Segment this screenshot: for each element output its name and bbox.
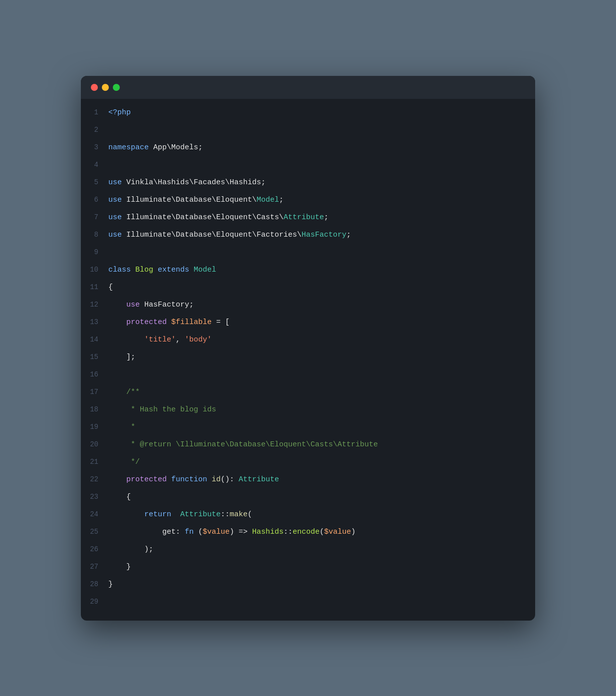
line-content: /** — [108, 385, 535, 400]
line-number: 6 — [81, 192, 108, 207]
line-content: use HasFactory; — [108, 298, 535, 313]
line-number: 29 — [81, 594, 108, 609]
line-content — [108, 123, 535, 138]
token: id — [212, 475, 221, 484]
code-line: 19 * — [81, 418, 535, 436]
code-editor[interactable]: 1<?php2 3namespace App\Models;4 5use Vin… — [81, 99, 535, 621]
token: Illuminate\Database\Eloquent\Factories\ — [126, 231, 302, 239]
line-number: 18 — [81, 402, 108, 417]
titlebar — [81, 76, 535, 99]
token: $fillable — [171, 318, 212, 327]
token: */ — [108, 458, 140, 466]
code-line: 9 — [81, 244, 535, 261]
line-number: 23 — [81, 489, 108, 504]
token: { — [108, 283, 113, 292]
close-button[interactable] — [91, 84, 98, 91]
token: $value — [203, 528, 230, 536]
line-content: use Vinkla\Hashids\Facades\Hashids; — [108, 175, 535, 190]
token: return — [108, 510, 180, 519]
code-line: 3namespace App\Models; — [81, 139, 535, 156]
code-line: 1<?php — [81, 104, 535, 121]
code-window: 1<?php2 3namespace App\Models;4 5use Vin… — [81, 76, 535, 621]
line-content — [108, 245, 535, 260]
maximize-button[interactable] — [113, 84, 120, 91]
token: HasFactory; — [144, 301, 194, 309]
token: get: — [108, 528, 185, 536]
token: { — [108, 493, 131, 501]
line-content: class Blog extends Model — [108, 263, 535, 278]
token: Attribute — [180, 510, 221, 519]
line-number: 28 — [81, 577, 108, 592]
minimize-button[interactable] — [102, 84, 109, 91]
line-content: use Illuminate\Database\Eloquent\Factori… — [108, 228, 535, 243]
token: Model — [257, 196, 279, 204]
token: Illuminate\Database\Eloquent\Casts\ — [126, 213, 284, 222]
token: ) => — [230, 528, 252, 536]
token: extends — [158, 266, 194, 274]
token: ; — [346, 231, 351, 239]
code-line: 22 protected function id(): Attribute — [81, 471, 535, 488]
line-number: 16 — [81, 367, 108, 382]
token: Illuminate\Database\Eloquent\ — [126, 196, 257, 204]
token: use — [108, 231, 126, 239]
code-line: 11{ — [81, 279, 535, 296]
line-number: 8 — [81, 227, 108, 242]
line-content: <?php — [108, 105, 535, 120]
line-content: * @return \Illuminate\Database\Eloquent\… — [108, 437, 535, 452]
token: ( — [319, 528, 324, 536]
line-number: 3 — [81, 140, 108, 155]
line-number: 15 — [81, 349, 108, 364]
token: * @return — [108, 440, 176, 449]
token: use — [108, 301, 144, 309]
token: HasFactory — [302, 231, 346, 239]
token: use — [108, 196, 126, 204]
token: ( — [248, 510, 252, 519]
code-line: 21 */ — [81, 453, 535, 471]
line-number: 21 — [81, 454, 108, 469]
line-number: 22 — [81, 472, 108, 487]
token: /** — [108, 388, 140, 396]
token: , — [176, 336, 185, 344]
line-content: protected $fillable = [ — [108, 315, 535, 330]
code-line: 20 * @return \Illuminate\Database\Eloque… — [81, 436, 535, 453]
token: * — [108, 423, 135, 431]
code-line: 27 } — [81, 558, 535, 576]
token: } — [108, 580, 113, 589]
code-line: 6use Illuminate\Database\Eloquent\Model; — [81, 191, 535, 209]
token: ); — [108, 545, 153, 554]
token: ( — [198, 528, 203, 536]
token: class — [108, 266, 135, 274]
token: encode — [293, 528, 319, 536]
line-content: get: fn ($value) => Hashids::encode($val… — [108, 525, 535, 540]
token: * Hash the blog ids — [108, 405, 216, 414]
code-line: 18 * Hash the blog ids — [81, 401, 535, 418]
line-content: ); — [108, 542, 535, 557]
code-line: 5use Vinkla\Hashids\Facades\Hashids; — [81, 174, 535, 191]
line-content: } — [108, 577, 535, 592]
token: Model — [194, 266, 216, 274]
code-line: 16 — [81, 366, 535, 383]
code-line: 23 { — [81, 488, 535, 506]
token: make — [230, 510, 248, 519]
line-content: { — [108, 490, 535, 505]
line-number: 17 — [81, 384, 108, 399]
line-number: 7 — [81, 210, 108, 225]
line-content: protected function id(): Attribute — [108, 472, 535, 487]
line-number: 20 — [81, 437, 108, 452]
token: ; — [198, 143, 203, 152]
code-line: 15 ]; — [81, 348, 535, 366]
line-content: use Illuminate\Database\Eloquent\Model; — [108, 193, 535, 208]
token: namespace — [108, 143, 153, 152]
line-number: 12 — [81, 297, 108, 312]
token: ; — [324, 213, 328, 222]
line-number: 25 — [81, 524, 108, 539]
token: ]; — [108, 353, 135, 361]
line-number: 14 — [81, 332, 108, 347]
code-line: 2 — [81, 121, 535, 139]
token: <?php — [108, 108, 131, 117]
token: fn — [185, 528, 198, 536]
line-number: 27 — [81, 559, 108, 574]
token — [108, 336, 144, 344]
line-content: */ — [108, 455, 535, 470]
code-line: 17 /** — [81, 383, 535, 401]
